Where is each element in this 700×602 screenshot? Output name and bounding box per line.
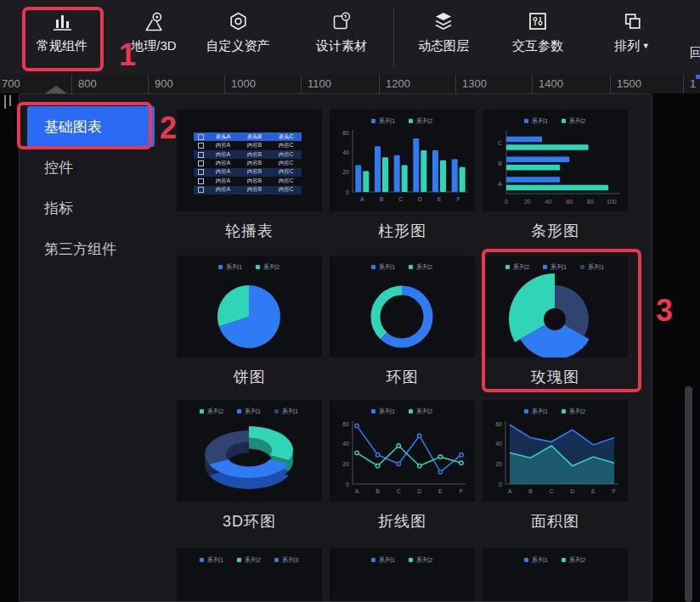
chart-thumbnail: 系列1系列2: [177, 256, 322, 357]
svg-text:系列1: 系列1: [281, 408, 298, 415]
chart-thumbnail: 系列1系列2CBA020406080100: [483, 110, 628, 211]
svg-text:40: 40: [342, 149, 349, 155]
svg-text:C: C: [398, 196, 403, 202]
toolbar-item-3[interactable]: 自定义资产: [206, 9, 270, 54]
toolbar-item-5[interactable]: 动态图层: [418, 9, 469, 54]
ruler-tick-label: 700: [2, 77, 20, 90]
sidebar-item-2[interactable]: 控件: [27, 147, 155, 188]
svg-text:系列1: 系列1: [531, 408, 548, 415]
ruler-marker: [45, 86, 67, 93]
ruler-tick: [532, 75, 533, 93]
svg-text:100: 100: [607, 199, 617, 205]
svg-text:0: 0: [505, 199, 508, 205]
toolbar-item-clipped[interactable]: 回: [690, 45, 700, 61]
chart-thumbnail: 系列2系列1系列1: [177, 400, 322, 502]
svg-text:系列1: 系列1: [378, 117, 395, 125]
top-toolbar: 常规组件地理/3D自定义资产设计素材动态图层交互参数排列 ▼: [0, 0, 700, 76]
sidebar-item-3[interactable]: 指标: [27, 188, 155, 228]
chart-thumbnail: 表头A表头B表头C内容A内容B内容C内容A内容B内容C内容A内容B内容C内容A内…: [177, 110, 322, 211]
component-card[interactable]: 系列1系列2环图: [330, 256, 475, 387]
svg-text:系列1: 系列1: [378, 556, 395, 564]
svg-text:系列1: 系列1: [531, 117, 548, 125]
component-card[interactable]: 系列2系列1系列13D环图: [177, 400, 322, 532]
svg-text:系列1: 系列1: [206, 556, 223, 564]
horizontal-ruler: 7008009001000110012001300140015001: [0, 75, 700, 94]
svg-text:0: 0: [499, 481, 502, 487]
toolbar-item-label: 排列 ▼: [614, 38, 649, 54]
svg-text:系列2: 系列2: [415, 408, 432, 415]
svg-text:20: 20: [342, 169, 349, 175]
svg-text:C: C: [550, 488, 554, 494]
svg-text:F: F: [612, 488, 616, 494]
ruler-tick-label: 1300: [462, 77, 487, 90]
chart-thumbnail: 系列1系列20204060ABCDEF: [483, 400, 628, 502]
sidebar-item-1[interactable]: 基础图表: [27, 106, 155, 147]
svg-text:C: C: [397, 488, 401, 494]
toolbar-item-7[interactable]: 排列 ▼: [614, 9, 649, 54]
svg-text:B: B: [498, 160, 502, 166]
layers-icon: [432, 9, 455, 33]
toolbar-item-4[interactable]: 设计素材: [316, 9, 367, 54]
component-card[interactable]: 系列2系列1系列1玫瑰图: [483, 256, 628, 387]
component-library-panel: 基础图表控件指标第三方组件 表头A表头B表头C内容A内容B内容C内容A内容B内容…: [19, 93, 652, 602]
svg-text:40: 40: [495, 441, 502, 447]
svg-text:80: 80: [587, 199, 594, 205]
clipped-canvas-glyphs: [3, 95, 16, 110]
arrange-icon: [620, 9, 644, 33]
ruler-tick: [683, 75, 684, 93]
svg-text:E: E: [438, 488, 443, 494]
component-label: 面积图: [483, 511, 628, 532]
svg-text:B: B: [375, 488, 380, 494]
component-card[interactable]: 系列1系列20204060ABCDEF面积图: [483, 400, 628, 532]
ruler-tick-label: 900: [155, 77, 173, 90]
svg-text:系列1: 系列1: [378, 263, 395, 271]
ruler-tick-label: 1100: [308, 77, 331, 90]
svg-text:D: D: [570, 488, 574, 494]
svg-text:40: 40: [342, 441, 349, 447]
component-card[interactable]: 系列1系列2系列3: [177, 549, 322, 602]
svg-text:B: B: [380, 196, 384, 202]
toolbar-item-label: 交互参数: [512, 38, 563, 54]
category-sidebar: 基础图表控件指标第三方组件: [20, 94, 162, 601]
svg-text:系列2: 系列2: [568, 408, 585, 415]
chart-thumbnail: 系列1系列2: [330, 549, 475, 602]
toolbar-item-label: 自定义资产: [206, 38, 270, 54]
ruler-tick: [610, 75, 611, 93]
toolbar-item-6[interactable]: 交互参数: [512, 9, 563, 54]
ruler-tick-label: 1400: [539, 77, 563, 90]
svg-text:20: 20: [524, 199, 531, 205]
map-pin-icon: [142, 9, 166, 33]
svg-text:60: 60: [342, 421, 349, 427]
svg-text:A: A: [355, 488, 359, 494]
ruler-tick: [455, 75, 456, 93]
toolbar-divider: [393, 8, 394, 67]
component-card[interactable]: 系列1系列2: [330, 549, 475, 602]
component-card[interactable]: 系列1系列20204060ABCDEF折线图: [330, 400, 475, 532]
svg-text:60: 60: [495, 421, 502, 427]
svg-text:20: 20: [342, 461, 349, 467]
component-card[interactable]: 系列1系列20204060ABCDEF柱形图: [330, 110, 475, 241]
svg-text:E: E: [438, 196, 442, 202]
svg-text:系列2: 系列2: [415, 263, 432, 271]
toolbar-item-label: 地理/3D: [131, 38, 176, 54]
toolbar-item-2[interactable]: 地理/3D: [131, 9, 176, 54]
svg-text:0: 0: [346, 189, 349, 195]
svg-text:系列2: 系列2: [262, 263, 279, 271]
svg-text:系列1: 系列1: [225, 263, 242, 271]
svg-text:系列2: 系列2: [244, 556, 261, 564]
ruler-tick-label: 800: [78, 77, 97, 90]
sidebar-item-4[interactable]: 第三方组件: [27, 228, 155, 269]
component-card[interactable]: 系列1系列2饼图: [177, 256, 322, 387]
svg-text:A: A: [508, 488, 512, 494]
component-label: 饼图: [177, 367, 322, 387]
component-card[interactable]: 系列1系列2: [483, 549, 628, 602]
svg-text:60: 60: [342, 130, 349, 136]
toolbar-item-1[interactable]: 常规组件: [37, 9, 88, 54]
ruler-tick-label: 1000: [231, 77, 256, 90]
component-card[interactable]: 系列1系列2CBA020406080100条形图: [483, 110, 628, 241]
component-label: 玫瑰图: [483, 367, 628, 387]
svg-text:F: F: [457, 196, 460, 202]
vertical-scrollbar-thumb[interactable]: [685, 386, 692, 602]
component-card[interactable]: 表头A表头B表头C内容A内容B内容C内容A内容B内容C内容A内容B内容C内容A内…: [177, 110, 322, 241]
carousel-table-preview: 表头A表头B表头C内容A内容B内容C内容A内容B内容C内容A内容B内容C内容A内…: [194, 132, 302, 194]
